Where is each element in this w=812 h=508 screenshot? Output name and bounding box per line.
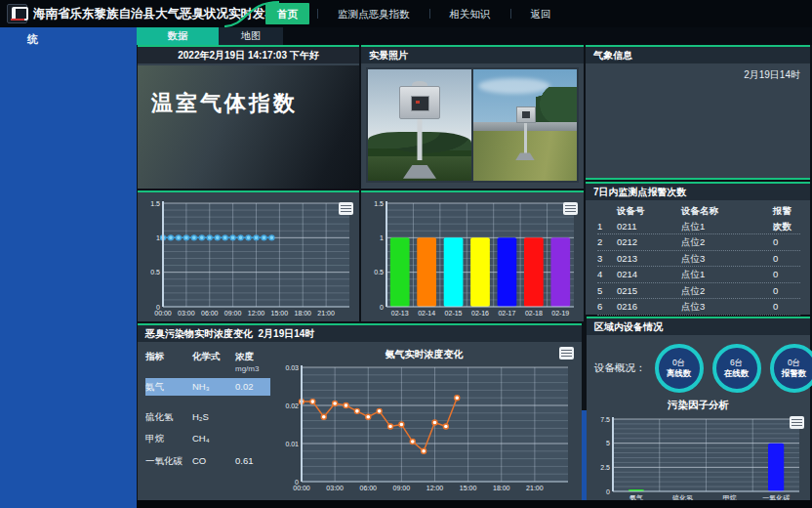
svg-text:09:00: 09:00 [393,485,411,491]
svg-text:15:00: 15:00 [460,485,477,491]
greeting-body: 温室气体指数 [138,65,359,189]
svg-text:06:00: 06:00 [359,485,377,491]
chart-toolbox-icon[interactable] [339,202,353,215]
app-title-wrap: 统 [27,32,38,47]
svg-text:21:00: 21:00 [526,485,544,491]
pollution-factor-title: 污染因子分析 [587,399,810,412]
alarms-panel-title: 7日内监测点报警次数 [586,184,810,200]
greenhouse-index-chart: 00.511.500:0003:0006:0009:0012:0015:0018… [140,198,355,319]
alarms-panel: 7日内监测点报警次数 设备号 设备名称 报警次数 10211点位10 20212… [586,182,810,315]
nav-knowledge[interactable]: 相关知识 [438,3,503,24]
svg-text:0.03: 0.03 [285,364,299,371]
ammonia-chart-area: 氨气实时浓度变化 00.010.020.0300:0003:0006:0009:… [274,347,574,496]
svg-text:0: 0 [606,488,610,495]
table-row: 60216点位30 [597,299,800,316]
svg-text:0.5: 0.5 [374,269,384,275]
pollutant-row-nh3[interactable]: 氨气NH₃0.02 [145,378,270,396]
stat-label: 在线数 [724,368,750,379]
svg-text:02-14: 02-14 [418,310,435,317]
stat-count: 6台 [730,358,743,368]
nav-back[interactable]: 返回 [519,3,563,24]
svg-text:0: 0 [380,304,384,311]
photos-panel: 实景照片 [361,45,584,189]
nav-home[interactable]: 首页 [265,3,309,24]
page-title: 温室气体指数 [151,89,298,118]
nav-divider [429,9,430,19]
chart-toolbox-icon[interactable] [559,347,574,360]
table-row: 30213点位30 [597,251,800,268]
chart-toolbox-icon[interactable] [790,416,804,429]
svg-text:0.5: 0.5 [150,269,160,275]
svg-text:7.5: 7.5 [600,416,610,423]
ammonia-chart-title: 氨气实时浓度变化 [274,347,574,362]
svg-text:02-15: 02-15 [445,310,463,317]
svg-text:02-17: 02-17 [498,310,515,317]
svg-text:21:00: 21:00 [317,310,335,317]
chart-toolbox-icon[interactable] [563,202,578,215]
main-nav: 首页 监测点恶臭指数 相关知识 返回 [265,0,563,27]
stat-label: 报警数 [782,368,807,379]
svg-text:18:00: 18:00 [493,485,510,491]
left-sidebar: 统 [0,27,137,508]
pollutants-panel: 恶臭污染物实时浓度变化 2月19日14时 指标 化学式 浓度 mg/m3 氨气N… [138,323,582,500]
pollution-factor-chart-area: 02.557.5氨气硫化氢甲烷一氧化碳 [587,414,810,508]
photo-station-2 [473,69,577,181]
pollutant-row-ch4[interactable]: 甲烷CH₄ [145,430,270,447]
nav-divider [317,9,318,19]
svg-text:09:00: 09:00 [224,310,242,317]
svg-text:1: 1 [156,234,160,241]
svg-text:0.02: 0.02 [285,402,299,409]
devices-panel: 区域内设备情况 设备概况： 0台 离线数 6台 在线数 0台 报警数 污染因子分… [587,317,810,500]
svg-text:02-13: 02-13 [391,310,409,317]
weather-time: 2月19日14时 [744,68,800,82]
pollutants-table-header: 指标 化学式 浓度 mg/m3 [145,351,270,375]
monitoring-device-icon [399,86,440,119]
weather-panel-title: 气象信息 [586,47,810,64]
photo-station-1 [368,69,471,181]
svg-text:1.5: 1.5 [150,200,160,207]
svg-text:02-16: 02-16 [471,310,489,317]
pollutants-panel-title: 恶臭污染物实时浓度变化 2月19日14时 [138,325,582,342]
bottom-strip [137,500,812,508]
nav-odor-index[interactable]: 监测点恶臭指数 [326,3,422,24]
daily-index-panel: 00.511.502-1302-1402-1502-1602-1702-1802… [361,190,584,321]
svg-text:18:00: 18:00 [294,310,311,317]
svg-text:02-18: 02-18 [525,310,543,317]
svg-text:12:00: 12:00 [248,310,265,317]
svg-text:12:00: 12:00 [426,485,444,491]
table-row: 50215点位20 [597,283,800,300]
online-count-badge: 6台 在线数 [712,344,761,393]
table-row: 40214点位10 [597,267,800,283]
pollutants-time: 2月19日14时 [259,328,315,339]
app-logo-icon [7,4,27,23]
alarms-table-header: 设备号 设备名称 报警次数 [597,203,800,219]
photo-strip [366,67,579,183]
device-stats-row: 设备概况： 0台 离线数 6台 在线数 0台 报警数 [587,335,810,395]
svg-text:06:00: 06:00 [201,310,219,317]
svg-text:5: 5 [606,440,610,446]
pollutant-row-h2s[interactable]: 硫化氢H₂S [145,408,270,426]
table-row: 20212点位20 [597,234,800,251]
alarm-count-badge: 0台 报警数 [770,344,812,393]
devices-panel-title: 区域内设备情况 [587,318,810,335]
greeting-panel: 2022年2月19日 14:17:03 下午好 温室气体指数 [138,45,359,189]
stat-label: 离线数 [667,368,692,379]
svg-text:00:00: 00:00 [293,485,310,491]
ammonia-realtime-chart: 00.010.020.0300:0003:0006:0009:0012:0015… [274,362,574,494]
photos-panel-title: 实景照片 [361,47,584,64]
nav-divider [510,9,511,19]
greenhouse-index-panel: 00.511.500:0003:0006:0009:0012:0015:0018… [138,190,359,321]
tab-data[interactable]: 数据 [137,27,219,45]
dashboard-root: 海南省乐东黎族自治县大气恶臭状况实时发布系 首页 监测点恶臭指数 相关知识 返回… [0,0,812,508]
stat-count: 0台 [672,358,685,368]
monitoring-device-icon [516,106,536,123]
pollutants-table: 指标 化学式 浓度 mg/m3 氨气NH₃0.02 硫化氢H₂S 甲烷CH₄ 一… [145,351,270,470]
weather-panel: 气象信息 2月19日14时 [586,45,810,180]
svg-text:2.5: 2.5 [600,464,610,471]
stat-count: 0台 [788,358,800,368]
tab-map[interactable]: 地图 [219,27,283,45]
svg-text:0.01: 0.01 [285,441,299,447]
pollutant-row-co[interactable]: 一氧化碳CO0.61 [145,452,270,470]
svg-text:1.5: 1.5 [374,200,384,207]
header-bar: 海南省乐东黎族自治县大气恶臭状况实时发布系 首页 监测点恶臭指数 相关知识 返回 [0,0,812,27]
